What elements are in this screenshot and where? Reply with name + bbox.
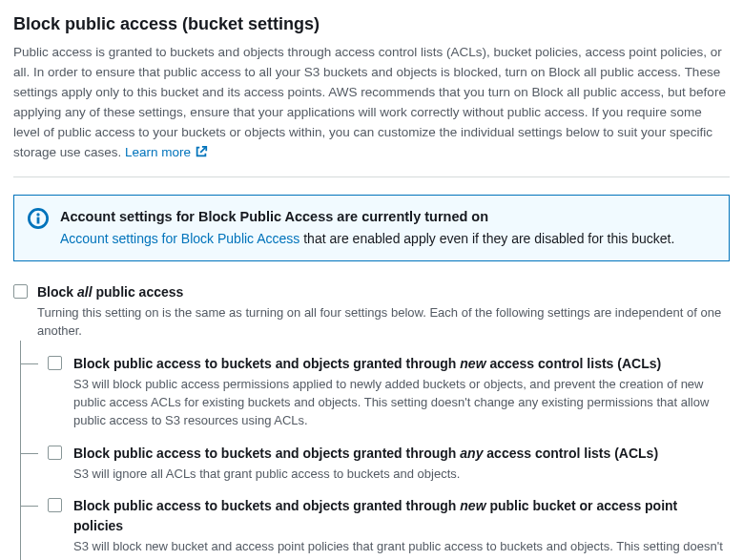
description-text: Public access is granted to buckets and … (13, 45, 726, 159)
setting-2-desc: S3 will block new bucket and access poin… (73, 538, 730, 560)
info-box-text: Account settings for Block Public Access… (60, 229, 715, 249)
page-title: Block public access (bucket settings) (13, 11, 730, 37)
setting-2-checkbox[interactable] (48, 498, 62, 512)
block-all-checkbox[interactable] (13, 284, 28, 299)
setting-0-title: Block public access to buckets and objec… (73, 354, 730, 374)
setting-1-title: Block public access to buckets and objec… (73, 444, 730, 464)
setting-2-title: Block public access to buckets and objec… (73, 496, 730, 536)
svg-point-1 (36, 213, 39, 216)
learn-more-link[interactable]: Learn more (125, 145, 208, 159)
info-box-title: Account settings for Block Public Access… (60, 207, 715, 228)
external-link-icon (195, 145, 208, 158)
setting-1-desc: S3 will ignore all ACLs that grant publi… (73, 466, 730, 484)
setting-0-checkbox[interactable] (48, 356, 62, 370)
info-icon (28, 208, 49, 229)
block-all-desc: Turning this setting on is the same as t… (37, 304, 730, 341)
settings-tree: Block public access to buckets and objec… (20, 354, 730, 560)
page-description: Public access is granted to buckets and … (13, 43, 730, 163)
setting-0-desc: S3 will block public access permissions … (73, 376, 730, 430)
info-box: Account settings for Block Public Access… (13, 195, 730, 262)
block-all-title: Block all public access (37, 282, 730, 302)
setting-1-checkbox[interactable] (48, 446, 62, 460)
svg-rect-2 (37, 217, 40, 223)
account-settings-link[interactable]: Account settings for Block Public Access (60, 231, 299, 246)
divider (13, 176, 730, 177)
